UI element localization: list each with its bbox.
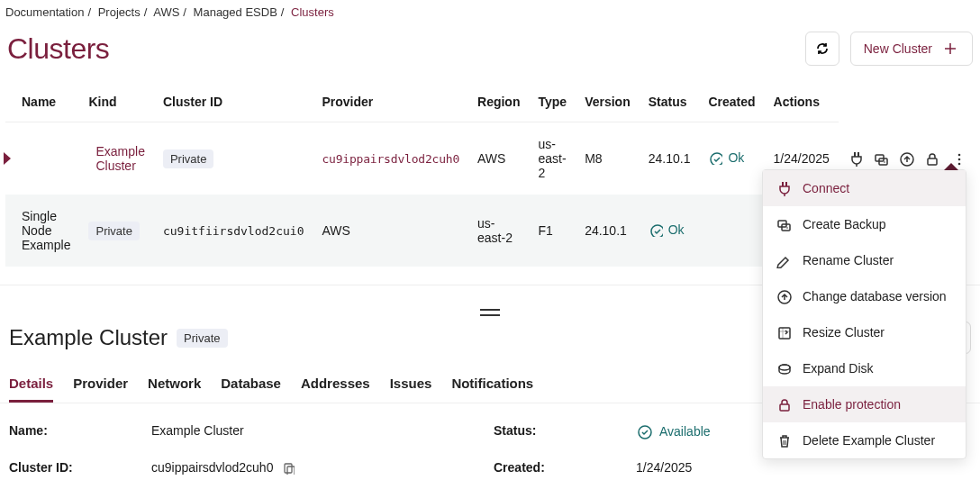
- check-circle-icon: [636, 423, 652, 439]
- cell-version: 24.10.1: [640, 122, 700, 195]
- backup-icon: [776, 216, 792, 232]
- refresh-icon: [813, 40, 831, 58]
- breadcrumb-link[interactable]: Projects: [98, 5, 141, 19]
- page-title: Clusters: [7, 32, 109, 66]
- connect-icon[interactable]: [848, 150, 864, 167]
- new-cluster-label: New Cluster: [864, 41, 932, 56]
- cluster-id: cu9ippairsdvlod2cuh0: [322, 152, 459, 166]
- tab-network[interactable]: Network: [148, 376, 201, 403]
- col-provider: Provider: [313, 86, 468, 122]
- check-circle-icon: [708, 150, 722, 165]
- label-created: Created:: [494, 460, 629, 475]
- menu-item-expand-disk[interactable]: Expand Disk: [763, 350, 966, 386]
- cell-type: M8: [576, 122, 640, 195]
- disk-icon: [776, 360, 792, 376]
- status-available: Available: [636, 423, 711, 439]
- value-name: Example Cluster: [151, 423, 486, 442]
- label-name: Name:: [9, 423, 144, 442]
- cell-region: us-east-2: [468, 195, 529, 267]
- grip-icon: [480, 309, 500, 316]
- breadcrumb: Documentation/ Projects/ AWS/ Managed ES…: [0, 0, 980, 19]
- menu-item-resize[interactable]: Resize Cluster: [763, 314, 966, 350]
- row-actions-menu: Connect Create Backup Rename Cluster Cha…: [762, 169, 966, 459]
- lock-icon: [776, 396, 792, 412]
- menu-item-change-version[interactable]: Change database version: [763, 278, 966, 314]
- cell-provider: AWS: [468, 122, 529, 195]
- col-version: Version: [576, 86, 640, 122]
- status-badge: Ok: [649, 222, 685, 237]
- copy-icon[interactable]: [280, 460, 295, 475]
- breadcrumb-link[interactable]: AWS: [153, 5, 179, 19]
- breadcrumb-current: Clusters: [291, 5, 334, 19]
- col-created: Created: [699, 86, 764, 122]
- kind-badge: Private: [177, 329, 227, 348]
- kind-badge: Private: [163, 149, 213, 168]
- menu-item-delete[interactable]: Delete Example Cluster: [763, 422, 966, 458]
- tab-addresses[interactable]: Addresses: [301, 376, 370, 403]
- tab-issues[interactable]: Issues: [390, 376, 432, 403]
- label-cluster-id: Cluster ID:: [9, 460, 144, 475]
- value-cluster-id: cu9ippairsdvlod2cuh0: [151, 460, 273, 475]
- cell-provider: AWS: [313, 195, 468, 267]
- breadcrumb-link[interactable]: Managed ESDB: [194, 5, 277, 19]
- plus-icon: [941, 40, 959, 58]
- cluster-id: cu9itfiirsdvlod2cui0: [163, 224, 304, 238]
- upgrade-icon[interactable]: [898, 150, 914, 167]
- cell-region: us-east-2: [529, 122, 576, 195]
- menu-item-connect[interactable]: Connect: [763, 170, 966, 206]
- menu-item-rename[interactable]: Rename Cluster: [763, 242, 966, 278]
- col-type: Type: [529, 86, 576, 122]
- trash-icon: [776, 432, 792, 448]
- plug-icon: [776, 180, 792, 196]
- menu-item-enable-protection[interactable]: Enable protection: [763, 386, 966, 422]
- pencil-icon: [776, 252, 792, 268]
- detail-panel-title: Example Cluster: [9, 325, 168, 350]
- col-name: Name: [5, 86, 79, 122]
- col-actions: Actions: [765, 86, 839, 122]
- resize-icon: [776, 324, 792, 340]
- cell-version: 24.10.1: [576, 195, 640, 267]
- tab-provider[interactable]: Provider: [73, 376, 128, 403]
- value-created: 1/24/2025: [636, 460, 971, 475]
- tab-database[interactable]: Database: [221, 376, 281, 403]
- tab-notifications[interactable]: Notifications: [451, 376, 533, 403]
- refresh-button[interactable]: [805, 32, 839, 66]
- cell-type: F1: [529, 195, 576, 267]
- col-region: Region: [468, 86, 529, 122]
- new-cluster-button[interactable]: New Cluster: [850, 32, 973, 66]
- cluster-name-link[interactable]: Example Cluster: [95, 144, 144, 173]
- cluster-name[interactable]: Single Node Example: [5, 195, 79, 267]
- col-cluster-id: Cluster ID: [154, 86, 313, 122]
- menu-item-create-backup[interactable]: Create Backup: [763, 206, 966, 242]
- status-badge: Ok: [708, 150, 744, 165]
- col-kind: Kind: [79, 86, 153, 122]
- breadcrumb-link[interactable]: Documentation: [5, 5, 84, 19]
- tab-details[interactable]: Details: [9, 376, 53, 403]
- col-status: Status: [640, 86, 700, 122]
- label-status: Status:: [494, 423, 629, 442]
- cell-created: [699, 195, 764, 267]
- backup-icon[interactable]: [873, 150, 889, 167]
- check-circle-icon: [649, 222, 663, 237]
- arrow-up-circle-icon: [776, 288, 792, 304]
- lock-icon[interactable]: [923, 150, 939, 167]
- kind-badge: Private: [88, 222, 139, 240]
